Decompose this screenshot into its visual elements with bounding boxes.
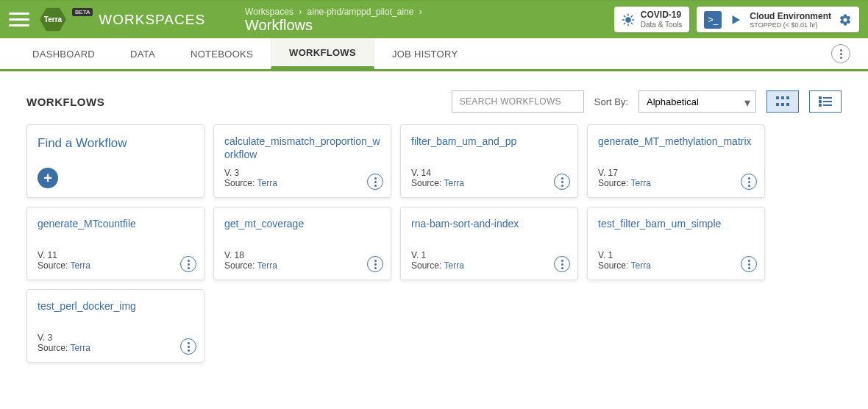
chevron-right-icon: › [419, 7, 422, 17]
workflow-name[interactable]: generate_MTcountfile [38, 218, 193, 231]
svg-rect-14 [781, 103, 784, 106]
workflow-source-link[interactable]: Terra [70, 343, 90, 353]
workflow-card[interactable]: get_mt_coverageV. 18Source: Terra [213, 207, 391, 280]
workflow-version: V. 14 [411, 168, 567, 178]
workflow-source: Source: Terra [598, 260, 754, 271]
workflow-source: Source: Terra [411, 178, 567, 188]
tab-workflows[interactable]: WORKFLOWS [271, 38, 374, 69]
svg-rect-15 [786, 103, 789, 106]
workflow-version: V. 17 [598, 168, 754, 178]
workflow-source-link[interactable]: Terra [70, 260, 90, 271]
search-input[interactable] [452, 90, 584, 113]
cloud-line1: Cloud Environment [750, 11, 831, 21]
workflow-version: V. 11 [38, 250, 193, 260]
breadcrumb-root[interactable]: Workspaces [245, 7, 294, 17]
page-title: Workflows [245, 17, 425, 33]
svg-point-20 [819, 104, 821, 106]
list-view-button[interactable] [809, 90, 842, 113]
workflow-source: Source: Terra [598, 178, 754, 188]
card-more-button[interactable] [554, 174, 570, 190]
sortby-label: Sort By: [594, 96, 628, 107]
svg-line-7 [624, 22, 625, 24]
workflow-name[interactable]: test_filter_bam_um_simple [598, 218, 754, 231]
workflow-name[interactable]: get_mt_coverage [224, 218, 380, 231]
terminal-icon: >_ [704, 11, 722, 29]
logo[interactable]: Terra BETA WORKSPACES [40, 7, 205, 33]
card-more-button[interactable] [180, 256, 196, 272]
beta-badge: BETA [72, 8, 93, 16]
card-more-button[interactable] [180, 338, 196, 355]
workflow-source: Source: Terra [38, 343, 193, 353]
workflow-source: Source: Terra [224, 260, 380, 271]
card-more-button[interactable] [367, 256, 383, 272]
cloud-environment-button[interactable]: >_ Cloud Environment STOPPED (< $0.01 hr… [697, 7, 859, 32]
tab-data[interactable]: DATA [113, 38, 173, 69]
workflow-card[interactable]: calculate_mismatch_proportion_workflowV.… [213, 124, 391, 198]
logo-inner-text: Terra [44, 15, 62, 24]
gear-icon[interactable] [839, 13, 852, 26]
svg-rect-10 [776, 96, 779, 99]
workflow-card[interactable]: rna-bam-sort-and-indexV. 1Source: Terra [400, 207, 578, 280]
play-icon [729, 13, 742, 26]
workflow-source: Source: Terra [224, 178, 380, 188]
workflow-version: V. 18 [224, 250, 380, 260]
card-more-button[interactable] [741, 256, 757, 272]
workflow-version: V. 3 [224, 168, 380, 178]
logo-text: WORKSPACES [99, 12, 205, 28]
workflow-card[interactable]: filter_bam_um_and_ppV. 14Source: Terra [400, 124, 578, 198]
find-workflow-card[interactable]: Find a Workflow+ [26, 124, 204, 198]
workflow-source-link[interactable]: Terra [630, 260, 650, 271]
workflow-card[interactable]: generate_MTcountfileV. 11Source: Terra [26, 207, 204, 280]
covid-line2: Data & Tools [641, 21, 683, 29]
svg-point-18 [819, 101, 821, 102]
terra-logo-icon: Terra [40, 7, 66, 33]
workflow-name[interactable]: rna-bam-sort-and-index [411, 218, 567, 231]
breadcrumb: Workspaces › aine-phd/amppd_pilot_aine › [245, 7, 425, 17]
workflow-version: V. 1 [411, 250, 567, 260]
workflow-name[interactable]: filter_bam_um_and_pp [411, 135, 567, 149]
grid-icon [776, 96, 789, 107]
svg-rect-11 [781, 96, 784, 99]
sort-select[interactable]: Alphabetical [638, 90, 756, 113]
grid-view-button[interactable] [766, 90, 799, 113]
breadcrumb-area: Workspaces › aine-phd/amppd_pilot_aine ›… [245, 7, 425, 33]
svg-marker-9 [733, 15, 741, 24]
tab-job-history[interactable]: JOB HISTORY [374, 38, 476, 69]
workflow-source-link[interactable]: Terra [257, 260, 277, 271]
plus-circle-icon[interactable]: + [38, 168, 58, 188]
svg-line-5 [624, 15, 625, 17]
workflow-source-link[interactable]: Terra [257, 178, 277, 188]
workflow-source-link[interactable]: Terra [630, 178, 650, 188]
workflow-card[interactable]: test_filter_bam_um_simpleV. 1Source: Ter… [587, 207, 765, 280]
tab-notebooks[interactable]: NOTEBOOKS [173, 38, 271, 69]
workflow-source: Source: Terra [411, 260, 567, 271]
workflow-version: V. 1 [598, 250, 754, 260]
card-more-button[interactable] [367, 174, 383, 190]
workflow-name[interactable]: test_perl_docker_img [38, 300, 193, 313]
workflow-source-link[interactable]: Terra [444, 178, 463, 188]
workspace-more-button[interactable] [831, 44, 850, 63]
svg-line-6 [631, 22, 633, 24]
covid-button[interactable]: COVID-19 Data & Tools [614, 7, 690, 32]
workflow-source: Source: Terra [38, 260, 193, 271]
tabs-nav: DASHBOARDDATANOTEBOOKSWORKFLOWSJOB HISTO… [0, 38, 868, 71]
workflow-name[interactable]: calculate_mismatch_proportion_workflow [224, 135, 380, 161]
workflow-source-link[interactable]: Terra [444, 260, 463, 271]
tab-dashboard[interactable]: DASHBOARD [15, 38, 113, 69]
workflow-card[interactable]: test_perl_docker_imgV. 3Source: Terra [26, 289, 204, 363]
workflow-name[interactable]: generate_MT_methylation_matrix [598, 135, 754, 149]
svg-point-16 [819, 97, 821, 99]
cloud-line2: STOPPED (< $0.01 hr) [750, 21, 831, 29]
card-more-button[interactable] [554, 256, 570, 272]
workflow-card[interactable]: generate_MT_methylation_matrixV. 17Sourc… [587, 124, 765, 198]
find-workflow-title: Find a Workflow [38, 135, 193, 151]
virus-icon [622, 13, 635, 26]
list-icon [819, 96, 832, 107]
app-header: Terra BETA WORKSPACES Workspaces › aine-… [0, 0, 868, 38]
breadcrumb-workspace[interactable]: aine-phd/amppd_pilot_aine [307, 7, 414, 17]
hamburger-menu-icon[interactable] [9, 13, 29, 26]
svg-line-8 [631, 15, 633, 17]
svg-point-0 [625, 17, 631, 23]
card-more-button[interactable] [741, 174, 757, 190]
content-area: WORKFLOWS Sort By: Alphabetical ▾ [0, 71, 868, 382]
